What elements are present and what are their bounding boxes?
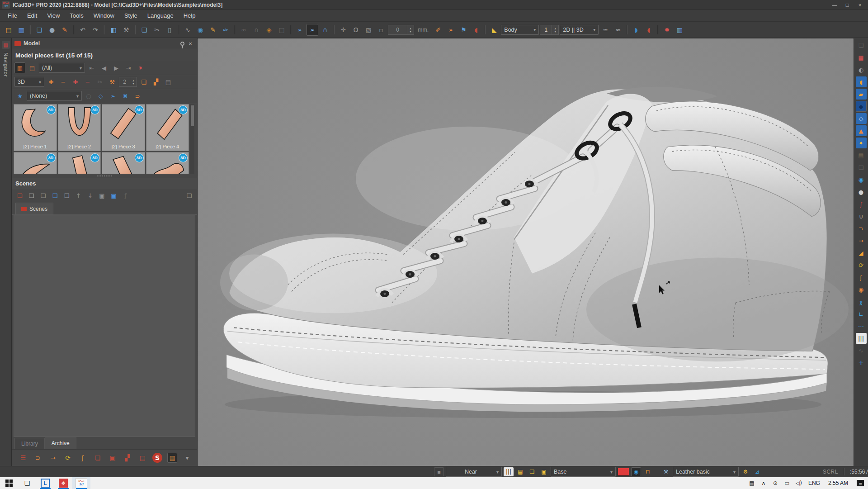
scene-up-icon[interactable]: ↑	[73, 190, 84, 201]
frame-selection-icon[interactable]: ✷	[135, 62, 146, 73]
snap-points-icon[interactable]: ○	[83, 90, 94, 101]
new-scene-icon[interactable]: ❏	[14, 190, 25, 201]
last-boot-icon[interactable]: ◣	[488, 24, 500, 36]
menu-edit[interactable]: Edit	[22, 11, 42, 21]
scene-down-icon[interactable]: ↓	[85, 190, 95, 201]
flatten-icon[interactable]: ≃	[599, 24, 611, 36]
list-view-icon[interactable]: ▤	[27, 62, 38, 73]
render-add-icon[interactable]: ✹	[661, 24, 673, 36]
pieces-scrollbar[interactable]	[190, 104, 194, 174]
piece-visibility-icon[interactable]: ◉	[856, 284, 867, 295]
rotation-lock-icon[interactable]: ⊙	[769, 477, 781, 489]
detach-panel-icon[interactable]: ❏	[184, 190, 194, 201]
marquee-icon[interactable]: □	[276, 24, 288, 36]
shoe-direction-icon[interactable]: ⊃	[33, 453, 43, 463]
news-feed-icon[interactable]: ▤	[746, 477, 758, 489]
select-cursor-icon[interactable]: ➢	[307, 24, 318, 36]
scenes-list-area[interactable]	[14, 215, 195, 437]
shoe-wire-view-icon[interactable]: ◇	[856, 113, 867, 124]
curve-pair-icon[interactable]: χ	[856, 296, 867, 307]
close-button[interactable]: ×	[854, 1, 866, 9]
remove-piece-icon[interactable]: −	[58, 76, 69, 87]
taskbar-app-1[interactable]: L	[36, 477, 54, 489]
network-icon[interactable]: ▭	[781, 477, 793, 489]
select-flag-icon[interactable]: ➢	[108, 90, 118, 101]
menu-file[interactable]: File	[3, 11, 22, 21]
navigator-tab[interactable]: Navigator	[3, 52, 9, 77]
last-piece-icon[interactable]: ⇥	[123, 62, 134, 73]
piece-filter-dropdown[interactable]: (All)▾	[39, 63, 85, 73]
material-thumb-icon[interactable]: ▦	[167, 453, 177, 463]
navigator-icon[interactable]: ▦	[2, 41, 10, 49]
box-small-icon[interactable]: ▫	[375, 24, 387, 36]
menu-window[interactable]: Window	[89, 11, 119, 21]
texture-scan-icon[interactable]: |||	[504, 467, 514, 476]
piece-thumbnail[interactable]: 3D [2] Piece 2	[58, 104, 101, 151]
hammer-icon[interactable]: ⚒	[120, 24, 132, 36]
menu-tools[interactable]: Tools	[65, 11, 88, 21]
next-piece-icon[interactable]: ▶	[111, 62, 122, 73]
import-scene-icon[interactable]: ❏	[50, 190, 60, 201]
delete-points-icon[interactable]: ✖	[120, 90, 131, 101]
mirror-piece-icon[interactable]: ▞	[151, 76, 161, 87]
language-indicator[interactable]: ENG	[805, 480, 824, 486]
tab-scenes[interactable]: Scenes	[15, 203, 53, 214]
last-red-icon[interactable]: ∫	[856, 199, 867, 209]
ruler-square-icon[interactable]: ⊿	[752, 467, 762, 476]
materials-stack-icon[interactable]: ▤	[515, 467, 525, 476]
capture-folder-icon[interactable]: ▤	[856, 150, 867, 161]
visibility-eye-icon[interactable]: ◉	[631, 467, 641, 476]
layer-transfer-icon[interactable]: ❏	[527, 467, 537, 476]
layers-gray-icon[interactable]: ▧	[363, 24, 374, 36]
piece-hand-icon[interactable]: ⊃	[132, 90, 143, 101]
piece-thumbnail[interactable]: 3D	[146, 152, 189, 174]
shoe-texture-view-icon[interactable]: ▰	[856, 89, 867, 100]
smooth-icon[interactable]: ≈	[612, 24, 624, 36]
shoe-dark-view-icon[interactable]: ◆	[856, 101, 867, 112]
heel-icon[interactable]: ʃ	[78, 453, 88, 463]
offset-spinner[interactable]: ▴▾	[407, 25, 414, 34]
panel-splitter[interactable]	[12, 174, 197, 178]
edit-tools-icon[interactable]: ✎	[59, 24, 71, 36]
repair-piece-icon[interactable]: ⚒	[107, 76, 118, 87]
link-scene-icon[interactable]: ▣	[108, 190, 119, 201]
piece-thumbnail[interactable]: 3D [2] Piece 4	[146, 104, 189, 151]
duplicate-piece-icon[interactable]: ❏	[138, 76, 149, 87]
size-figures-icon[interactable]: ⚑	[458, 24, 469, 36]
show-3d-icon[interactable]: ◖	[643, 24, 655, 36]
magnet-piece-icon[interactable]: ⊃	[856, 223, 867, 234]
quantity-spinner[interactable]: 2 ▴▾	[119, 77, 137, 87]
shoes-pair-icon[interactable]: ▞	[123, 453, 132, 463]
volume-icon[interactable]: ◁)	[793, 477, 805, 489]
taskbar-app-2[interactable]: ❖	[54, 477, 72, 489]
heel-tool-icon[interactable]: ʃ	[856, 272, 867, 283]
menu-language[interactable]: Language	[142, 11, 179, 21]
first-piece-icon[interactable]: ⇤	[86, 62, 97, 73]
pencil-icon[interactable]: ✎	[207, 24, 219, 36]
shoe-solid-view-icon[interactable]: ◖	[856, 76, 867, 87]
move-icon[interactable]: ✛	[337, 24, 349, 36]
count-spinner-arrows[interactable]: ▴▾	[552, 25, 558, 34]
base-dropdown[interactable]: Base▾	[551, 467, 616, 477]
remove-lining-icon[interactable]: −	[82, 76, 93, 87]
stitch-zigzag-icon[interactable]: ∿	[856, 345, 867, 356]
snapshots-icon[interactable]: ❏	[856, 40, 867, 51]
count-spinner[interactable]: 1 ▴▾	[540, 25, 559, 35]
unlock-icon[interactable]: ⊓	[643, 467, 653, 476]
undo-icon[interactable]: ↶	[77, 24, 89, 36]
pin-preview-icon[interactable]: ❏	[93, 453, 103, 463]
paste-icon[interactable]: ▯	[164, 24, 175, 36]
shoe-visibility-icon[interactable]: ◉	[856, 174, 867, 185]
arrow-piece-icon[interactable]: →	[48, 453, 58, 463]
piece-thumbnail[interactable]: 3D [2] Piece 3	[102, 104, 145, 151]
scrollbar-thumb[interactable]	[191, 105, 194, 126]
task-view-button[interactable]: ❏	[18, 477, 36, 489]
start-button[interactable]	[0, 477, 18, 489]
cut-piece-icon[interactable]: ✂	[94, 76, 105, 87]
s-badge-icon[interactable]: S	[152, 453, 162, 463]
piece-thumbnail[interactable]: 3D [2] Piece 1	[14, 104, 57, 151]
piece-more-icon[interactable]: ▤	[163, 76, 174, 87]
axes-icon[interactable]: ✛	[856, 357, 867, 368]
add-lining-icon[interactable]: ✚	[70, 76, 81, 87]
prev-piece-icon[interactable]: ◀	[99, 62, 109, 73]
